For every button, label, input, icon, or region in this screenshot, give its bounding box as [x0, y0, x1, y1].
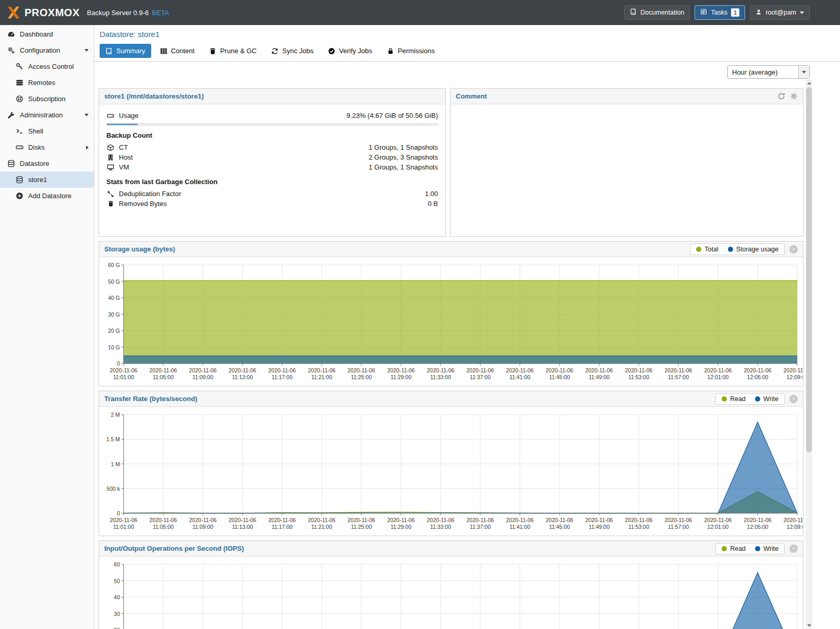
- sidebar-item-shell[interactable]: Shell: [0, 123, 94, 139]
- sidebar-item-label: Add Datastore: [28, 192, 71, 200]
- sidebar-item-disks[interactable]: Disks: [0, 139, 94, 155]
- user-menu-button[interactable]: root@pam: [750, 5, 810, 20]
- scroll-down-button[interactable]: [806, 622, 812, 629]
- gc-stats-heading: Stats from last Garbage Collection: [106, 178, 438, 186]
- sidebar-item-label: store1: [28, 176, 47, 184]
- svg-text:2020-11-06: 2020-11-06: [467, 367, 494, 373]
- dashboard-icon: [7, 30, 16, 39]
- collapse-icon[interactable]: −: [789, 545, 798, 553]
- svg-text:11:05:00: 11:05:00: [153, 374, 174, 380]
- vertical-scrollbar[interactable]: [806, 80, 812, 629]
- sidebar-item-add-datastore[interactable]: Add Datastore: [0, 188, 94, 204]
- main-area: Datastore: store1 Summary Content Prune …: [94, 25, 840, 629]
- timeframe-select[interactable]: Hour (average): [727, 65, 810, 79]
- svg-text:11:25:00: 11:25:00: [351, 374, 372, 380]
- svg-text:50 G: 50 G: [108, 279, 120, 285]
- legend-dot: [755, 546, 760, 551]
- database-icon: [7, 160, 16, 168]
- svg-text:2020-11-06: 2020-11-06: [229, 367, 257, 373]
- legend-item-write[interactable]: Write: [755, 395, 778, 403]
- removed-bytes-label: Removed Bytes: [119, 200, 167, 208]
- sidebar: Dashboard Configuration Access Control R…: [0, 25, 94, 629]
- scroll-thumb[interactable]: [806, 87, 812, 452]
- gear-icon[interactable]: [790, 92, 798, 100]
- panel-title: store1 (/mnt/datastores/store1): [104, 92, 204, 100]
- reload-icon[interactable]: [777, 92, 785, 100]
- legend-item-total[interactable]: Total: [696, 246, 718, 253]
- page-title: Datastore: store1: [94, 25, 840, 41]
- tab-prune-gc[interactable]: Prune & GC: [203, 44, 262, 58]
- sidebar-item-dashboard[interactable]: Dashboard: [0, 26, 94, 42]
- svg-text:1.5 M: 1.5 M: [106, 436, 120, 442]
- svg-text:11:57:00: 11:57:00: [668, 524, 689, 530]
- iops-panel: Input/Output Operations per Second (IOPS…: [99, 540, 804, 629]
- svg-text:2020-11-06: 2020-11-06: [625, 517, 653, 523]
- sidebar-item-remotes[interactable]: Remotes: [0, 75, 94, 91]
- sidebar-item-administration[interactable]: Administration: [0, 107, 94, 123]
- svg-text:2020-11-06: 2020-11-06: [150, 517, 177, 523]
- book-icon: [630, 8, 637, 17]
- svg-text:11:05:00: 11:05:00: [153, 524, 174, 530]
- comment-body[interactable]: [451, 104, 803, 236]
- sidebar-item-configuration[interactable]: Configuration: [0, 42, 94, 58]
- legend-dot: [728, 247, 733, 252]
- sidebar-item-datastore[interactable]: Datastore: [0, 155, 94, 172]
- svg-text:2020-11-06: 2020-11-06: [744, 517, 772, 523]
- tab-summary[interactable]: Summary: [100, 44, 151, 58]
- scroll-up-button[interactable]: [806, 80, 812, 87]
- svg-text:0: 0: [117, 510, 120, 516]
- panel-title: Comment: [456, 92, 487, 100]
- svg-text:2020-11-06: 2020-11-06: [546, 517, 574, 523]
- timeframe-value: Hour (average): [728, 66, 798, 78]
- svg-text:2020-11-06: 2020-11-06: [744, 367, 772, 373]
- dedup-label: Deduplication Factor: [119, 190, 181, 198]
- sidebar-item-label: Administration: [20, 111, 63, 119]
- legend-item-storage-usage[interactable]: Storage usage: [728, 246, 778, 253]
- svg-text:11:37:00: 11:37:00: [470, 374, 491, 380]
- legend-dot: [696, 247, 701, 252]
- legend-item-read[interactable]: Read: [722, 545, 746, 552]
- legend-item-read[interactable]: Read: [722, 395, 746, 403]
- sidebar-item-access-control[interactable]: Access Control: [0, 58, 94, 75]
- chevron-right-icon: [86, 146, 89, 150]
- svg-text:2020-11-06: 2020-11-06: [784, 517, 802, 523]
- svg-text:2020-11-06: 2020-11-06: [189, 367, 217, 373]
- beta-link[interactable]: BETA: [152, 9, 169, 17]
- tab-permissions[interactable]: Permissions: [381, 44, 441, 58]
- chart-toolbar: Hour (average): [94, 62, 840, 82]
- tab-sync-jobs[interactable]: Sync Jobs: [265, 44, 319, 58]
- svg-text:1 M: 1 M: [111, 461, 120, 467]
- tab-verify-jobs[interactable]: Verify Jobs: [322, 44, 378, 58]
- trash-icon: [106, 200, 115, 207]
- content-area: store1 (/mnt/datastores/store1) Usage 9.…: [99, 88, 804, 629]
- collapse-icon[interactable]: −: [789, 395, 798, 403]
- svg-text:2020-11-06: 2020-11-06: [625, 367, 653, 373]
- tab-label: Sync Jobs: [282, 47, 313, 55]
- legend-dot: [755, 396, 760, 402]
- legend-dot: [722, 396, 727, 402]
- svg-text:11:41:00: 11:41:00: [509, 524, 530, 530]
- documentation-button[interactable]: Documentation: [624, 5, 690, 20]
- sidebar-item-store1[interactable]: store1: [0, 172, 94, 188]
- ct-value: 1 Groups, 1 Snapshots: [369, 143, 438, 151]
- sidebar-item-subscription[interactable]: Subscription: [0, 91, 94, 107]
- svg-text:2020-11-06: 2020-11-06: [269, 367, 296, 373]
- collapse-icon[interactable]: −: [789, 245, 798, 253]
- tab-content[interactable]: Content: [154, 44, 201, 58]
- usage-progress-fill: [107, 124, 138, 125]
- tasks-button[interactable]: Tasks 1: [695, 5, 745, 20]
- chart-legend: Total Storage usage: [690, 244, 785, 255]
- ct-count-row: CT 1 Groups, 1 Snapshots: [106, 142, 438, 152]
- svg-text:11:53:00: 11:53:00: [628, 524, 649, 530]
- tab-label: Verify Jobs: [339, 47, 372, 55]
- svg-text:60: 60: [114, 561, 120, 567]
- svg-text:2020-11-06: 2020-11-06: [784, 367, 802, 373]
- legend-item-write[interactable]: Write: [755, 545, 778, 552]
- svg-text:2020-11-06: 2020-11-06: [150, 367, 177, 373]
- sidebar-item-label: Dashboard: [20, 30, 53, 38]
- legend-dot: [722, 546, 727, 551]
- transfer-rate-chart: 0500 k1 M1.5 M2 M2020-11-0611:01:002020-…: [100, 407, 802, 535]
- svg-text:11:57:00: 11:57:00: [668, 374, 689, 380]
- backup-count-heading: Backup Count: [106, 131, 438, 139]
- sidebar-item-label: Access Control: [28, 63, 74, 70]
